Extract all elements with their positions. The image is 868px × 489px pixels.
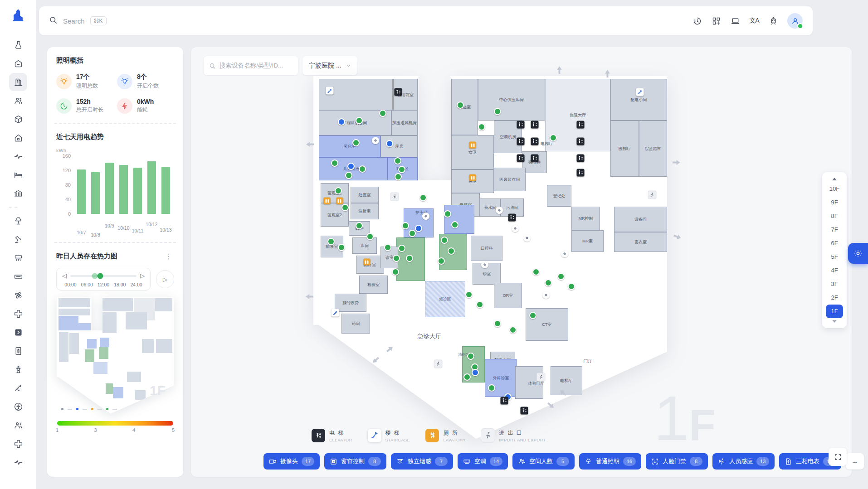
device-marker-idle[interactable] [561,250,568,257]
filter-button-空间人数[interactable]: 空间人数5 [512,453,575,470]
sidebar-item-door[interactable] [9,323,27,341]
sidebar-item-users[interactable] [9,92,27,110]
device-marker-info[interactable] [472,369,479,376]
global-search-input[interactable]: Search [63,17,85,25]
device-marker-online[interactable] [384,244,391,251]
fullscreen-button[interactable] [829,448,847,466]
device-marker-online[interactable] [379,110,386,117]
slider-track[interactable] [70,275,137,277]
device-marker-online[interactable] [488,384,495,392]
lavatory-marker[interactable] [336,198,343,204]
history-icon[interactable] [692,16,702,26]
filter-button-独立烟感[interactable]: 独立烟感7 [391,453,453,470]
elevator-marker[interactable] [531,121,539,129]
slider-prev-button[interactable]: ◁ [62,273,67,279]
elevator-marker[interactable] [517,154,525,162]
sidebar-item-hydrant[interactable] [9,360,27,378]
heatmap-menu-button[interactable]: ⋮ [163,252,174,261]
lavatory-marker[interactable] [469,174,476,181]
floor-item-10F[interactable]: 10F [826,182,843,196]
device-marker-info[interactable] [347,163,355,170]
device-marker-info[interactable] [386,140,393,147]
settings-tab-button[interactable] [848,243,868,264]
filter-button-摄像头[interactable]: 摄像头17 [263,453,320,470]
device-marker-idle[interactable] [372,137,379,144]
staircase-marker[interactable] [636,88,644,96]
filters-more-button[interactable]: → [846,453,864,470]
device-marker-online[interactable] [338,244,345,251]
elevator-marker[interactable] [508,214,516,222]
device-marker-online[interactable] [545,279,552,286]
exit-marker[interactable] [537,373,545,381]
lavatory-marker[interactable] [363,259,370,266]
device-marker-idle[interactable] [523,234,531,242]
floor-item-3F[interactable]: 3F [826,277,843,291]
elevator-marker[interactable] [520,407,528,415]
staircase-marker[interactable] [326,87,333,95]
device-marker-online[interactable] [356,222,363,229]
device-marker-online[interactable] [550,134,557,141]
filter-button-空调[interactable]: 空调14 [458,453,508,470]
device-marker-online[interactable] [392,268,399,276]
floor-item-5F[interactable]: 5F [826,250,843,264]
device-marker-online[interactable] [335,187,342,194]
sidebar-item-flask[interactable] [9,36,27,54]
exit-marker[interactable] [391,193,399,200]
exit-marker[interactable] [434,360,442,368]
floor-item-1F[interactable]: 1F [826,305,843,318]
device-marker-online[interactable] [441,237,448,244]
device-search-input[interactable]: 搜索设备名称/类型/ID... [204,56,298,75]
sidebar-item-bank[interactable] [9,184,27,203]
device-marker-online[interactable] [352,139,360,146]
device-marker-online[interactable] [532,268,540,276]
sidebar-item-cross[interactable] [9,305,27,323]
sidebar-item-pulse[interactable] [9,147,27,165]
device-marker-online[interactable] [509,326,517,334]
sidebar-item-access[interactable] [9,397,27,416]
apps-icon[interactable] [711,16,721,26]
device-marker-online[interactable] [529,312,536,319]
lavatory-marker[interactable] [324,198,331,204]
floor-item-6F[interactable]: 6F [826,237,843,250]
device-marker-idle[interactable] [496,207,503,214]
sidebar-item-elevpanel[interactable] [9,342,27,360]
device-marker-online[interactable] [327,238,335,245]
slider-next-button[interactable]: ▷ [140,273,145,279]
lavatory-marker[interactable] [469,142,476,149]
device-marker-online[interactable] [419,194,427,201]
user-avatar[interactable] [787,13,803,29]
filter-button-普通照明[interactable]: 普通照明16 [579,453,641,470]
elevator-marker[interactable] [501,397,508,405]
staircase-marker[interactable] [331,309,339,317]
floor-scroll-up[interactable] [832,178,837,180]
elevator-marker[interactable] [576,169,584,176]
sidebar-item-acunit[interactable] [9,267,27,286]
elevator-marker[interactable] [576,154,584,162]
device-marker-online[interactable] [457,102,464,109]
device-marker-online[interactable] [394,157,401,165]
device-marker-online[interactable] [476,301,483,308]
device-marker-online[interactable] [478,123,485,131]
device-marker-online[interactable] [465,291,473,298]
device-marker-online[interactable] [331,160,338,167]
device-marker-online[interactable] [406,255,413,262]
device-marker-online[interactable] [467,353,474,360]
floor-item-4F[interactable]: 4F [826,264,843,277]
device-marker-idle[interactable] [542,291,550,299]
device-icon[interactable] [730,16,740,26]
device-marker-idle[interactable] [512,225,519,232]
sidebar-item-building-active[interactable] [9,73,27,91]
sidebar-item-valve[interactable] [9,379,27,397]
device-marker-online[interactable] [398,245,405,252]
elevator-marker[interactable] [517,121,525,129]
sidebar-item-users[interactable] [9,416,27,434]
sidebar-item-vent[interactable] [9,249,27,267]
slider-handle-end[interactable] [97,273,103,279]
device-marker-online[interactable] [557,273,565,280]
elevator-marker[interactable] [531,138,539,145]
elevator-marker[interactable] [517,138,525,145]
device-marker-online[interactable] [409,230,416,237]
sidebar-item-home[interactable] [9,129,27,147]
device-marker-online[interactable] [448,247,455,255]
elevator-marker[interactable] [395,88,402,96]
